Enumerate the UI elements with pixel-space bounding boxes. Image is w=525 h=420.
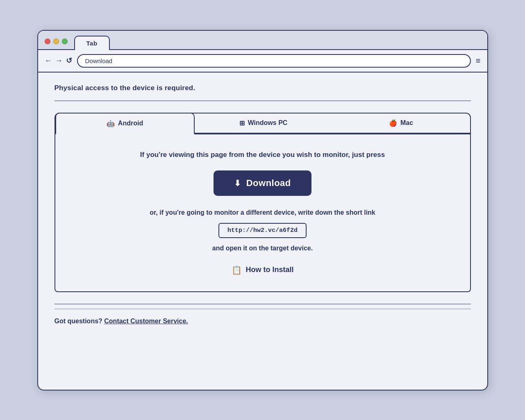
close-button[interactable] [45,39,50,44]
instruction-text: If you're viewing this page from the dev… [80,151,445,159]
tab-mac-label: Mac [400,119,413,127]
traffic-lights [45,39,68,44]
android-icon: 🤖 [107,120,115,127]
short-link-box[interactable]: http://hw2.vc/a6f2d [218,223,307,238]
how-to-install-link[interactable]: 📋 How to Install [232,265,294,275]
windows-icon: ⊞ [239,119,245,127]
nav-buttons: ← → ↺ [45,57,72,64]
maximize-button[interactable] [62,39,68,44]
footer-text: Got questions? Contact Customer Service. [55,318,471,325]
install-icon: 📋 [232,265,242,275]
os-tabs: 🤖 Android ⊞ Windows PC 🍎 Mac [55,113,471,134]
browser-window: Tab ← → ↺ Download ≡ Physical access to … [37,30,488,390]
customer-service-link[interactable]: Contact Customer Service. [104,318,188,325]
physical-access-text: Physical access to the device is require… [55,84,471,92]
tab-mac[interactable]: 🍎 Mac [332,114,470,134]
bottom-divider [55,304,471,304]
open-text: and open it on the target device. [80,245,445,252]
minimize-button[interactable] [53,39,59,44]
tab-windows[interactable]: ⊞ Windows PC [195,114,332,134]
address-bar[interactable]: Download [77,54,471,68]
back-button[interactable]: ← [45,57,52,64]
page-content: Physical access to the device is require… [38,73,487,336]
tab-android[interactable]: 🤖 Android [55,113,195,134]
browser-tab[interactable]: Tab [74,36,110,50]
or-text: or, if you're going to monitor a differe… [80,209,445,216]
download-button-label: Download [246,178,291,188]
download-icon: ⬇ [234,178,241,188]
refresh-button[interactable]: ↺ [66,57,72,64]
tab-windows-label: Windows PC [248,119,288,127]
bottom-divider2 [55,309,471,309]
browser-menu-icon[interactable]: ≡ [476,56,481,66]
footer-prefix: Got questions? [55,318,105,325]
tab-content: If you're viewing this page from the dev… [55,134,471,292]
tab-android-label: Android [118,120,143,127]
address-bar-row: ← → ↺ Download ≡ [38,50,487,73]
top-divider [55,100,471,101]
mac-icon: 🍎 [389,119,397,127]
how-to-install-label: How to Install [246,266,294,274]
download-button[interactable]: ⬇ Download [214,170,311,196]
title-bar: Tab [38,31,487,50]
forward-button[interactable]: → [55,57,63,64]
